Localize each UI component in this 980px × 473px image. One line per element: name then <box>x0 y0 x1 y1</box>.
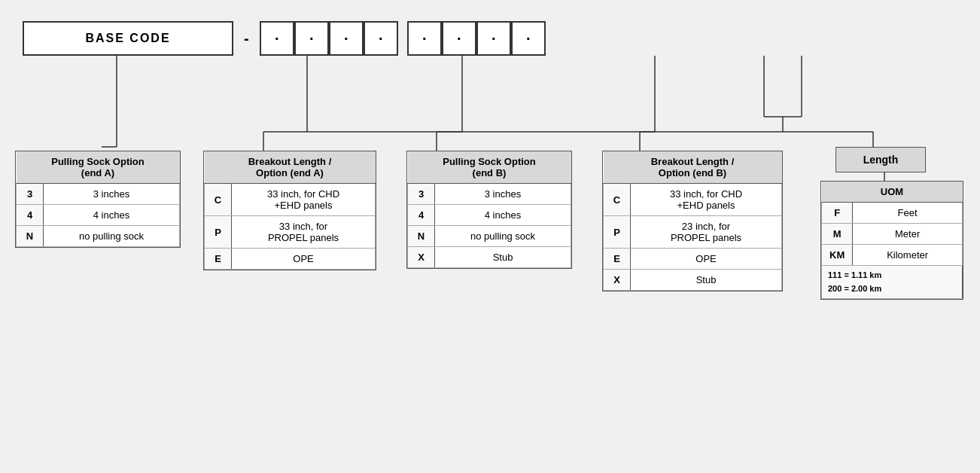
table-row: M Meter <box>822 224 963 245</box>
code-cell: X <box>408 247 435 268</box>
code-cell: 3 <box>408 184 435 205</box>
dot-cell-5: · <box>407 21 442 56</box>
code-cell: N <box>17 226 44 247</box>
table-row: 111 = 1.11 km200 = 2.00 km <box>822 266 963 299</box>
desc-cell: Kilometer <box>853 245 963 266</box>
length-box: Length <box>835 147 926 172</box>
code-cell: E <box>604 249 631 270</box>
uom-table: UOM F Feet M Meter KM Kilometer <box>820 181 963 300</box>
breakout-length-b-table: Breakout Length /Option (end B) C 33 inc… <box>602 151 783 291</box>
code-cell: N <box>408 226 435 247</box>
table-row: 4 4 inches <box>408 205 571 226</box>
desc-cell: Stub <box>435 247 571 268</box>
desc-cell: Stub <box>631 270 782 291</box>
desc-cell: 3 inches <box>435 184 571 205</box>
code-cell: 3 <box>17 184 44 205</box>
code-cell: M <box>822 224 853 245</box>
desc-cell: no pulling sock <box>435 226 571 247</box>
code-cell: X <box>604 270 631 291</box>
code-cell: KM <box>822 245 853 266</box>
table-row: X Stub <box>408 247 571 268</box>
desc-cell: no pulling sock <box>44 226 180 247</box>
desc-cell: 33 inch, for CHD+EHD panels <box>232 184 376 216</box>
breakout-length-a-table: Breakout Length /Option (end A) C 33 inc… <box>203 151 376 270</box>
desc-cell: Feet <box>853 203 963 224</box>
pulling-sock-a-table: Pulling Sock Option(end A) 3 3 inches 4 … <box>15 151 181 248</box>
dot-cell-4: · <box>364 21 398 56</box>
dot-cell-6: · <box>442 21 476 56</box>
table-row: C 33 inch, for CHD+EHD panels <box>205 184 376 216</box>
dash-separator: - <box>244 30 249 47</box>
desc-cell: Meter <box>853 224 963 245</box>
code-cell: C <box>205 184 232 216</box>
table-row: N no pulling sock <box>17 226 180 247</box>
table-row: 3 3 inches <box>408 184 571 205</box>
desc-cell: 23 inch, forPROPEL panels <box>631 216 782 249</box>
main-container: BASE CODE - · · · · · · · · Length Pulli <box>0 0 980 473</box>
dot-cell-8: · <box>511 21 546 56</box>
table-row: C 33 inch, for CHD+EHD panels <box>604 184 782 216</box>
base-code-box: BASE CODE <box>23 21 233 56</box>
code-cell: F <box>822 203 853 224</box>
pulling-sock-a-header: Pulling Sock Option(end A) <box>17 151 180 184</box>
table-row: 4 4 inches <box>17 205 180 226</box>
desc-cell: OPE <box>631 249 782 270</box>
uom-note: 111 = 1.11 km200 = 2.00 km <box>822 266 963 299</box>
dot-cell-2: · <box>294 21 329 56</box>
desc-cell: 33 inch, for CHD+EHD panels <box>631 184 782 216</box>
desc-cell: 33 inch, forPROPEL panels <box>232 216 376 249</box>
table-row: 3 3 inches <box>17 184 180 205</box>
code-cell: 4 <box>17 205 44 226</box>
breakout-length-b-header: Breakout Length /Option (end B) <box>604 151 782 184</box>
header-area: BASE CODE - · · · · · · · · <box>23 21 957 56</box>
length-label: Length <box>863 154 899 166</box>
table-row: F Feet <box>822 203 963 224</box>
dot-cell-7: · <box>476 21 511 56</box>
code-cell: 4 <box>408 205 435 226</box>
breakout-length-a-header: Breakout Length /Option (end A) <box>205 151 376 184</box>
table-row: KM Kilometer <box>822 245 963 266</box>
table-row: E OPE <box>205 249 376 270</box>
desc-cell: 4 inches <box>435 205 571 226</box>
desc-cell: OPE <box>232 249 376 270</box>
code-cell: P <box>604 216 631 249</box>
dot-cell-3: · <box>329 21 364 56</box>
table-row: N no pulling sock <box>408 226 571 247</box>
dot-cell-1: · <box>260 21 294 56</box>
code-cell: C <box>604 184 631 216</box>
code-cell: E <box>205 249 232 270</box>
table-row: P 33 inch, forPROPEL panels <box>205 216 376 249</box>
pulling-sock-b-header: Pulling Sock Option(end B) <box>408 151 571 184</box>
desc-cell: 4 inches <box>44 205 180 226</box>
table-row: X Stub <box>604 270 782 291</box>
base-code-label: BASE CODE <box>85 32 170 44</box>
desc-cell: 3 inches <box>44 184 180 205</box>
table-row: E OPE <box>604 249 782 270</box>
uom-header: UOM <box>822 182 963 203</box>
pulling-sock-b-table: Pulling Sock Option(end B) 3 3 inches 4 … <box>406 151 572 269</box>
code-cell: P <box>205 216 232 249</box>
table-row: P 23 inch, forPROPEL panels <box>604 216 782 249</box>
